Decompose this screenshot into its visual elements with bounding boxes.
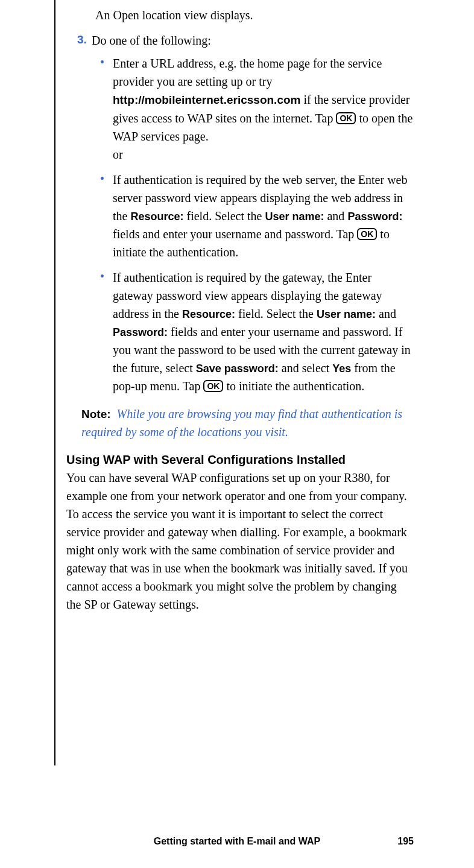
url-text: http://mobileinternet.ericsson.com <box>113 93 300 106</box>
ok-icon: OK <box>203 380 223 393</box>
text: fields and enter your username and passw… <box>113 227 357 241</box>
step-3: 3. Do one of the following: <box>77 31 414 49</box>
step-number: 3. <box>77 31 92 49</box>
resource-label: Resource: <box>182 308 235 320</box>
text: Enter a URL address, e.g. the home page … <box>113 57 382 88</box>
note-block: Note: While you are browsing you may fin… <box>81 405 414 442</box>
vertical-rule <box>54 0 55 765</box>
bullet-content: If authentication is required by the gat… <box>113 268 414 395</box>
text: and <box>376 307 396 320</box>
text: field. Select the <box>183 209 265 223</box>
bullet-1: • Enter a URL address, e.g. the home pag… <box>100 54 414 163</box>
or-text: or <box>113 148 123 161</box>
bullet-marker: • <box>100 54 104 163</box>
resource-label: Resource: <box>130 211 183 223</box>
text: and select <box>279 361 332 375</box>
note-text: While you are browsing you may find that… <box>81 407 402 439</box>
username-label: User name: <box>317 308 376 320</box>
text: field. Select the <box>235 307 317 320</box>
page-container: An Open location view displays. 3. Do on… <box>0 0 474 868</box>
bullet-marker: • <box>100 268 104 395</box>
bullet-2: • If authentication is required by the w… <box>100 171 414 261</box>
content-area: An Open location view displays. 3. Do on… <box>66 6 414 613</box>
bullet-content: If authentication is required by the web… <box>113 171 414 261</box>
intro-text: An Open location view displays. <box>95 6 414 24</box>
yes-label: Yes <box>332 363 351 375</box>
bullet-marker: • <box>100 171 104 261</box>
step-text: Do one of the following: <box>92 31 414 49</box>
bullet-content: Enter a URL address, e.g. the home page … <box>113 54 414 163</box>
section-body: You can have several WAP configurations … <box>66 469 414 613</box>
note-label: Note: <box>81 408 111 420</box>
ok-icon: OK <box>357 228 377 241</box>
page-footer: Getting started with E-mail and WAP 195 <box>0 834 474 849</box>
ok-icon: OK <box>336 112 356 125</box>
footer-title: Getting started with E-mail and WAP <box>154 834 320 849</box>
text: to initiate the authentication. <box>223 379 364 393</box>
section-heading: Using WAP with Several Configurations In… <box>66 451 414 469</box>
password-label: Password: <box>347 211 402 223</box>
text: and <box>324 209 347 223</box>
bullet-list: • Enter a URL address, e.g. the home pag… <box>100 54 414 395</box>
username-label: User name: <box>265 211 324 223</box>
password-label: Password: <box>113 326 168 338</box>
page-number: 195 <box>397 834 414 849</box>
bullet-3: • If authentication is required by the g… <box>100 268 414 395</box>
savepassword-label: Save password: <box>196 363 279 375</box>
